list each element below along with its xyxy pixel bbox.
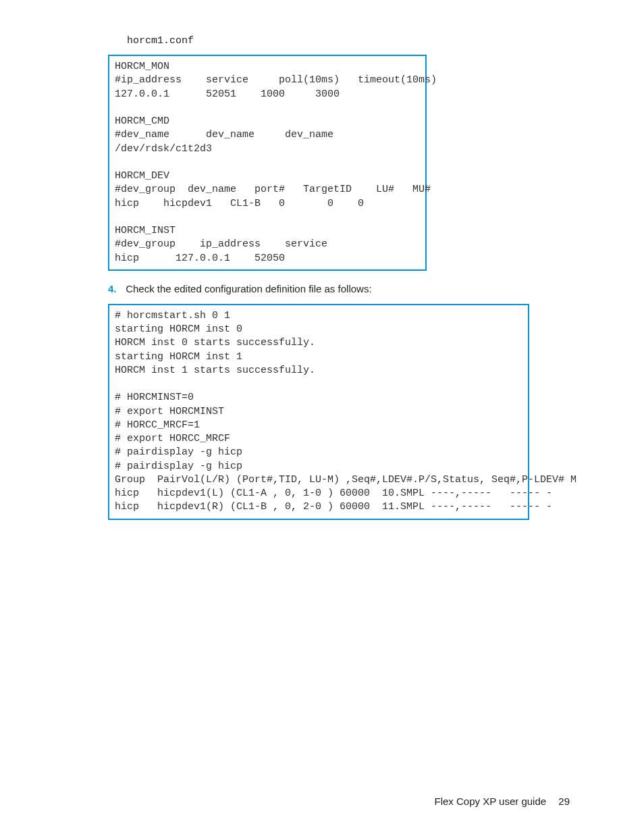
code-block-output: # horcmstart.sh 0 1 starting HORCM inst … — [108, 304, 529, 520]
footer-page-number: 29 — [558, 796, 570, 807]
file-label: horcm1.conf — [127, 35, 570, 47]
page-content: horcm1.conf HORCM_MON #ip_address servic… — [0, 0, 644, 520]
step-text: Check the edited configuration definitio… — [126, 283, 371, 294]
code-block-horcm1-conf: HORCM_MON #ip_address service poll(10ms)… — [108, 55, 427, 271]
step-number: 4. — [108, 283, 123, 294]
footer-title: Flex Copy XP user guide — [434, 796, 546, 807]
step-4: 4. Check the edited configuration defini… — [108, 283, 570, 294]
page-footer: Flex Copy XP user guide 29 — [434, 796, 570, 807]
